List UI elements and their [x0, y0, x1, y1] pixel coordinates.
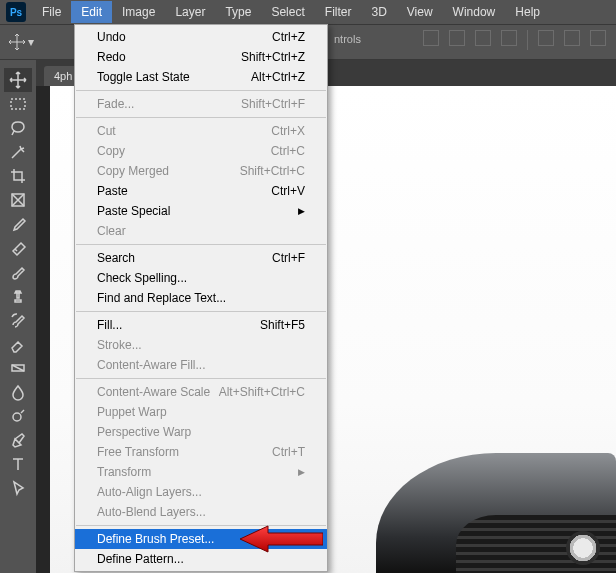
distribute-icon[interactable] — [564, 30, 580, 46]
menubar: Ps FileEditImageLayerTypeSelectFilter3DV… — [0, 0, 616, 24]
menu-item-label: Copy — [97, 144, 125, 158]
menu-select[interactable]: Select — [261, 1, 314, 23]
menu-item-transform: Transform▶ — [75, 462, 327, 482]
menu-item-label: Transform — [97, 465, 151, 479]
menu-item-shortcut: Alt+Ctrl+Z — [251, 70, 305, 84]
menu-item-shortcut: Alt+Shift+Ctrl+C — [219, 385, 305, 399]
menu-separator — [76, 244, 326, 245]
menu-item-label: Paste — [97, 184, 128, 198]
tool-lasso[interactable] — [4, 116, 32, 140]
menu-item-check-spelling[interactable]: Check Spelling... — [75, 268, 327, 288]
menu-item-label: Auto-Blend Layers... — [97, 505, 206, 519]
menu-item-shortcut: Ctrl+X — [271, 124, 305, 138]
menu-item-redo[interactable]: RedoShift+Ctrl+Z — [75, 47, 327, 67]
menu-item-content-aware-scale: Content-Aware ScaleAlt+Shift+Ctrl+C — [75, 382, 327, 402]
distribute-icon[interactable] — [590, 30, 606, 46]
menu-item-label: Puppet Warp — [97, 405, 167, 419]
menu-item-undo[interactable]: UndoCtrl+Z — [75, 27, 327, 47]
menu-item-shortcut: Shift+F5 — [260, 318, 305, 332]
tool-blur[interactable] — [4, 380, 32, 404]
menu-item-shortcut: Shift+Ctrl+F — [241, 97, 305, 111]
align-icon[interactable] — [423, 30, 439, 46]
tool-path-select[interactable] — [4, 476, 32, 500]
tool-stamp[interactable] — [4, 284, 32, 308]
separator — [527, 30, 528, 50]
edit-menu-dropdown: UndoCtrl+ZRedoShift+Ctrl+ZToggle Last St… — [74, 24, 328, 572]
svg-point-3 — [13, 413, 21, 421]
menu-item-cut: CutCtrl+X — [75, 121, 327, 141]
menu-separator — [76, 378, 326, 379]
menu-item-paste[interactable]: PasteCtrl+V — [75, 181, 327, 201]
menu-help[interactable]: Help — [505, 1, 550, 23]
menu-item-label: Find and Replace Text... — [97, 291, 226, 305]
menu-item-shortcut: Shift+Ctrl+Z — [241, 50, 305, 64]
menu-view[interactable]: View — [397, 1, 443, 23]
tool-eraser[interactable] — [4, 332, 32, 356]
menu-item-copy-merged: Copy MergedShift+Ctrl+C — [75, 161, 327, 181]
menu-item-label: Cut — [97, 124, 116, 138]
menu-item-toggle-last-state[interactable]: Toggle Last StateAlt+Ctrl+Z — [75, 67, 327, 87]
tool-move[interactable] — [4, 68, 32, 92]
tool-gradient[interactable] — [4, 356, 32, 380]
menu-separator — [76, 311, 326, 312]
menu-item-label: Check Spelling... — [97, 271, 187, 285]
align-icon[interactable] — [449, 30, 465, 46]
options-label: ntrols — [334, 33, 361, 45]
menu-item-label: Fade... — [97, 97, 134, 111]
distribute-icon[interactable] — [538, 30, 554, 46]
menu-window[interactable]: Window — [443, 1, 506, 23]
menu-item-clear: Clear — [75, 221, 327, 241]
menu-item-label: Search — [97, 251, 135, 265]
tool-pen[interactable] — [4, 428, 32, 452]
menu-item-shortcut: Ctrl+C — [271, 144, 305, 158]
submenu-arrow-icon: ▶ — [298, 467, 305, 477]
svg-rect-0 — [11, 99, 25, 109]
menu-image[interactable]: Image — [112, 1, 165, 23]
move-tool-indicator[interactable]: ▾ — [8, 33, 34, 51]
tool-eyedropper[interactable] — [4, 212, 32, 236]
menu-item-define-brush-preset[interactable]: Define Brush Preset... — [75, 529, 327, 549]
menu-separator — [76, 525, 326, 526]
tool-dodge[interactable] — [4, 404, 32, 428]
tool-brush[interactable] — [4, 260, 32, 284]
menu-item-shortcut: Ctrl+T — [272, 445, 305, 459]
menu-item-shortcut: Shift+Ctrl+C — [240, 164, 305, 178]
tool-type[interactable] — [4, 452, 32, 476]
align-icon[interactable] — [501, 30, 517, 46]
menu-filter[interactable]: Filter — [315, 1, 362, 23]
menu-item-label: Perspective Warp — [97, 425, 191, 439]
tool-healing[interactable] — [4, 236, 32, 260]
menu-type[interactable]: Type — [215, 1, 261, 23]
tool-rect-marquee[interactable] — [4, 92, 32, 116]
car-illustration — [366, 393, 616, 573]
menu-item-shortcut: Ctrl+V — [271, 184, 305, 198]
menu-layer[interactable]: Layer — [165, 1, 215, 23]
menu-3d[interactable]: 3D — [361, 1, 396, 23]
menu-item-free-transform: Free TransformCtrl+T — [75, 442, 327, 462]
menu-item-label: Content-Aware Scale — [97, 385, 210, 399]
menu-item-define-pattern[interactable]: Define Pattern... — [75, 549, 327, 569]
tool-history-brush[interactable] — [4, 308, 32, 332]
menu-item-label: Paste Special — [97, 204, 170, 218]
app-logo: Ps — [6, 2, 26, 22]
menu-item-stroke: Stroke... — [75, 335, 327, 355]
align-icon[interactable] — [475, 30, 491, 46]
menu-item-label: Toggle Last State — [97, 70, 190, 84]
menu-item-search[interactable]: SearchCtrl+F — [75, 248, 327, 268]
menu-item-fill[interactable]: Fill...Shift+F5 — [75, 315, 327, 335]
tool-frame[interactable] — [4, 188, 32, 212]
menu-item-content-aware-fill: Content-Aware Fill... — [75, 355, 327, 375]
align-group — [423, 30, 606, 50]
menu-edit[interactable]: Edit — [71, 1, 112, 23]
menu-item-auto-blend-layers: Auto-Blend Layers... — [75, 502, 327, 522]
tool-magic-wand[interactable] — [4, 140, 32, 164]
menu-item-auto-align-layers: Auto-Align Layers... — [75, 482, 327, 502]
menu-item-find-and-replace-text[interactable]: Find and Replace Text... — [75, 288, 327, 308]
tool-crop[interactable] — [4, 164, 32, 188]
menu-item-label: Define Brush Preset... — [97, 532, 214, 546]
menu-item-label: Fill... — [97, 318, 122, 332]
menu-item-label: Copy Merged — [97, 164, 169, 178]
menu-item-paste-special[interactable]: Paste Special▶ — [75, 201, 327, 221]
menu-file[interactable]: File — [32, 1, 71, 23]
menu-item-label: Define Pattern... — [97, 552, 184, 566]
